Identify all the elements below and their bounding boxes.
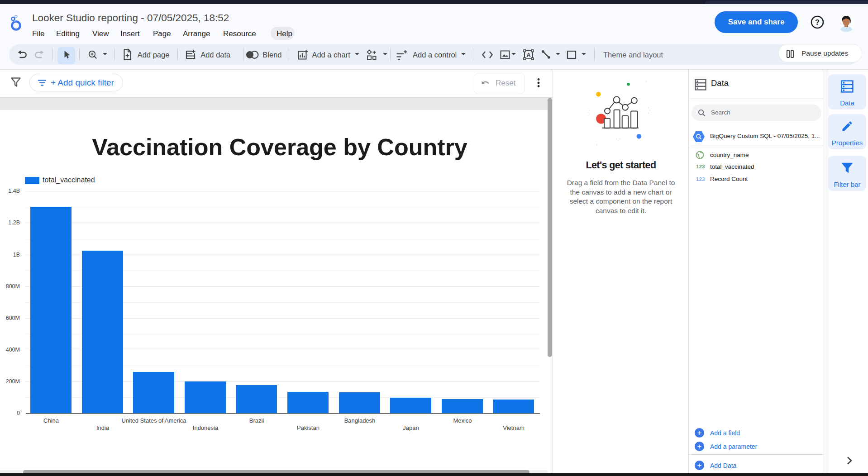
- svg-text:?: ?: [815, 19, 820, 26]
- svg-text:A: A: [526, 52, 531, 58]
